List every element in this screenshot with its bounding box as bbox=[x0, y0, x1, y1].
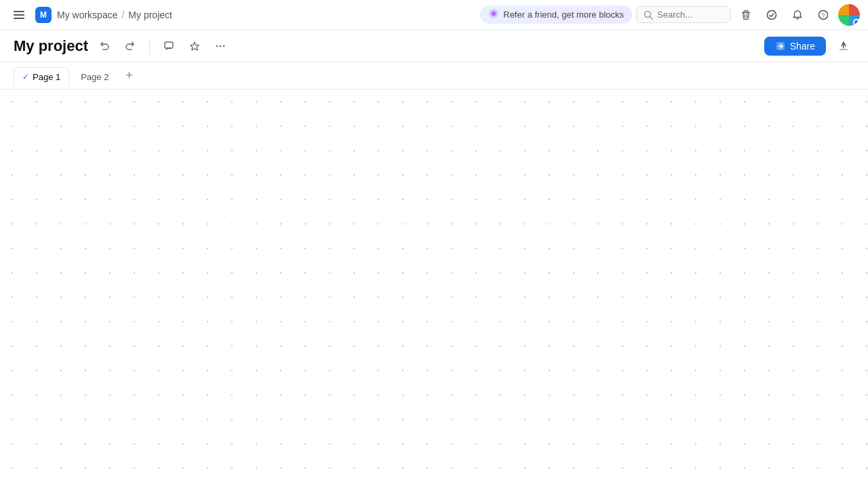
svg-rect-14 bbox=[165, 42, 173, 48]
undo-button[interactable] bbox=[95, 37, 114, 56]
refer-label: Refer a friend, get more blocks bbox=[503, 10, 624, 20]
export-icon bbox=[838, 41, 849, 52]
project-link[interactable]: My project bbox=[128, 10, 172, 20]
topnav-right: Refer a friend, get more blocks bbox=[480, 4, 860, 26]
user-status-dot bbox=[853, 19, 860, 26]
workspace-avatar-letter: M bbox=[40, 10, 47, 20]
circle-check-icon bbox=[766, 10, 777, 20]
svg-point-11 bbox=[768, 10, 776, 19]
add-tab-button[interactable]: + bbox=[120, 67, 138, 85]
svg-point-5 bbox=[492, 12, 495, 15]
topnav: M My workspace / My project Refer a frie… bbox=[0, 0, 868, 30]
page-title: My project bbox=[14, 37, 88, 55]
undo-icon bbox=[99, 41, 110, 52]
workspace-link[interactable]: My workspace bbox=[57, 10, 117, 20]
toolbar: My project bbox=[0, 30, 868, 62]
gift-icon bbox=[488, 8, 499, 19]
breadcrumb: My workspace / My project bbox=[57, 10, 172, 20]
comment-icon bbox=[163, 41, 174, 52]
refer-icon bbox=[488, 8, 499, 21]
topnav-left: M My workspace / My project bbox=[8, 4, 475, 26]
svg-rect-0 bbox=[14, 11, 24, 12]
tab-page2-label: Page 2 bbox=[81, 72, 108, 82]
svg-rect-21 bbox=[0, 90, 868, 490]
svg-text:?: ? bbox=[821, 12, 825, 19]
tabs-bar: ✓ Page 1 Page 2 + bbox=[0, 62, 868, 90]
svg-marker-15 bbox=[191, 42, 199, 50]
breadcrumb-sep: / bbox=[121, 10, 124, 20]
svg-rect-8 bbox=[742, 12, 750, 14]
svg-rect-2 bbox=[14, 18, 24, 19]
share-label: Share bbox=[790, 41, 815, 52]
help-button[interactable]: ? bbox=[812, 4, 834, 26]
tab-page1[interactable]: ✓ Page 1 bbox=[14, 67, 69, 86]
menu-button[interactable] bbox=[8, 4, 30, 26]
svg-line-7 bbox=[650, 16, 653, 19]
dot-grid bbox=[0, 90, 868, 490]
share-icon bbox=[775, 41, 786, 52]
main-content: My project bbox=[0, 30, 868, 490]
svg-point-18 bbox=[223, 45, 225, 47]
svg-point-17 bbox=[220, 45, 222, 47]
toolbar-divider bbox=[149, 38, 150, 54]
canvas-area[interactable] bbox=[0, 90, 868, 490]
tab-page2[interactable]: Page 2 bbox=[72, 67, 117, 86]
svg-point-16 bbox=[216, 45, 218, 47]
workspace-avatar[interactable]: M bbox=[35, 7, 52, 23]
add-tab-icon: + bbox=[125, 69, 133, 83]
export-button[interactable] bbox=[833, 35, 854, 57]
star-button[interactable] bbox=[185, 37, 204, 56]
hamburger-icon bbox=[14, 10, 24, 20]
help-icon: ? bbox=[818, 10, 829, 20]
trash-icon bbox=[741, 10, 751, 20]
svg-rect-1 bbox=[14, 14, 24, 16]
bell-icon bbox=[792, 10, 803, 20]
bell-button[interactable] bbox=[787, 4, 808, 26]
share-button[interactable]: Share bbox=[764, 37, 826, 56]
redo-button[interactable] bbox=[121, 37, 140, 56]
more-icon bbox=[215, 41, 226, 52]
comment-button[interactable] bbox=[159, 37, 178, 56]
tab-check-icon: ✓ bbox=[22, 72, 29, 81]
redo-icon bbox=[125, 41, 136, 52]
search-container[interactable] bbox=[636, 6, 731, 23]
checkmark-button[interactable] bbox=[761, 4, 783, 26]
more-button[interactable] bbox=[211, 37, 230, 56]
refer-banner[interactable]: Refer a friend, get more blocks bbox=[480, 5, 632, 24]
user-avatar[interactable] bbox=[838, 4, 860, 26]
trash-button[interactable] bbox=[735, 4, 757, 26]
search-icon bbox=[644, 10, 653, 20]
star-icon bbox=[189, 41, 200, 52]
search-input[interactable] bbox=[657, 10, 718, 20]
tab-page1-label: Page 1 bbox=[33, 72, 60, 82]
